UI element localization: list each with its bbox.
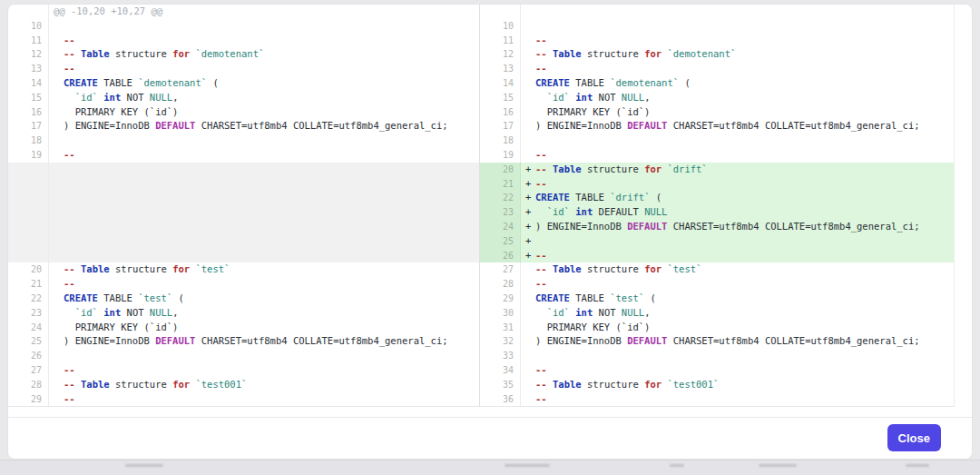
hunk-header-row [480,5,954,19]
diff-row: 25+ [480,234,954,249]
code-token: NOT [593,92,622,103]
line-number: 10 [480,19,521,34]
code-token [535,307,547,318]
line-number: 31 [480,321,521,335]
code-token: NULL [644,206,667,217]
line-number: 17 [480,119,521,134]
code-token: , [172,307,178,318]
code-line: CREATE TABLE `demotenant` ( [521,76,954,91]
background-content-blur [125,464,163,467]
code-token: PRIMARY KEY (`id`) [535,322,650,332]
diff-row: 15 `id` int NOT NULL, [480,91,954,105]
code-token: `test` [195,263,230,274]
code-token: -- [535,250,547,261]
diff-row: 20+-- Table structure for `drift` [480,163,954,177]
code-token: -- [64,63,75,74]
line-number: 23 [8,306,49,321]
diff-row: 21+-- [480,177,954,192]
close-button[interactable]: Close [887,424,941,451]
line-number: 14 [8,76,49,91]
line-number: 23 [480,205,521,220]
code-token: -- [535,163,547,174]
code-token: CHARSET=utf8mb4 COLLATE=utf8mb4_general_… [667,221,919,232]
code-line: -- Table structure for `test001` [521,378,954,392]
code-token: Table [81,379,110,390]
code-token: int [103,307,121,318]
code-token: PRIMARY KEY (`id`) [64,106,178,117]
line-number: 14 [480,76,521,91]
diff-row: 10 [480,19,954,34]
code-token: NOT [121,92,150,103]
code-token: int [103,92,121,103]
code-token: -- [535,278,547,289]
code-line: ) ENGINE=InnoDB DEFAULT CHARSET=utf8mb4 … [49,334,479,349]
line-number [480,5,521,19]
code-line [49,205,479,220]
code-token: TABLE [570,77,610,88]
line-number: 36 [480,392,521,407]
code-line: -- [521,62,954,76]
code-token: `demotenant` [667,48,736,59]
code-line: -- [521,34,954,48]
diff-row: 12-- Table structure for `demotenant` [8,47,479,62]
code-line: -- [521,148,954,163]
code-token: CREATE [535,77,570,88]
line-number [8,205,49,220]
code-line: CREATE TABLE `test` ( [521,292,954,306]
code-line: PRIMARY KEY (`id`) [49,321,479,335]
line-number: 16 [8,105,49,120]
diff-row: 11-- [480,34,954,48]
hunk-header-text: @@ -10,20 +10,27 @@ [54,5,162,16]
code-token: ) ENGINE=InnoDB [64,120,155,131]
code-token: `test` [610,292,644,303]
code-line [521,19,954,34]
diff-row: 13-- [480,62,954,76]
code-line: -- [49,148,479,163]
code-token: structure [582,379,645,390]
line-number: 25 [480,234,521,249]
diff-row: 27-- Table structure for `test` [480,262,954,277]
code-token: int [575,307,593,318]
code-token: -- [535,364,547,375]
diff-marker: + [525,177,535,192]
code-token: `test` [667,263,701,274]
code-token: , [644,92,650,103]
code-line: -- [49,392,479,407]
line-number: 24 [480,220,521,234]
diff-row: 36-- [480,392,954,407]
code-token: -- [535,379,547,390]
code-token: NOT [121,307,150,318]
line-number: 13 [8,62,49,76]
line-number: 21 [480,177,521,192]
background-content-blur [670,464,684,467]
code-token: ) ENGINE=InnoDB [535,335,627,346]
code-token: CHARSET=utf8mb4 COLLATE=utf8mb4_general_… [667,120,919,131]
code-token: CHARSET=utf8mb4 COLLATE=utf8mb4_general_… [667,335,919,346]
code-token: structure [582,48,645,59]
code-line: -- [49,363,479,378]
code-token: CHARSET=utf8mb4 COLLATE=utf8mb4_general_… [195,120,447,131]
diff-row: 13-- [8,62,479,76]
code-line [49,249,479,263]
line-number: 20 [480,163,521,177]
code-token: `test001` [195,379,247,390]
code-token: `drift` [667,163,707,174]
line-number: 15 [480,91,521,105]
modal-footer: Close [8,417,972,459]
code-token: `id` [547,92,570,103]
code-token: for [644,48,662,59]
code-token: `id` [547,307,570,318]
code-token: NULL [150,92,172,103]
line-number: 15 [8,91,49,105]
code-line: -- [49,277,479,292]
diff-row: 22CREATE TABLE `test` ( [8,292,479,306]
code-token: int [575,92,593,103]
code-line: ) ENGINE=InnoDB DEFAULT CHARSET=utf8mb4 … [521,334,954,349]
code-token [535,206,547,217]
placeholder-row [8,220,479,234]
code-token: TABLE [570,292,610,303]
code-line: +CREATE TABLE `drift` ( [521,191,954,205]
code-line: +-- Table structure for `drift` [521,163,954,177]
code-token: -- [64,48,75,59]
code-token: NULL [150,307,172,318]
